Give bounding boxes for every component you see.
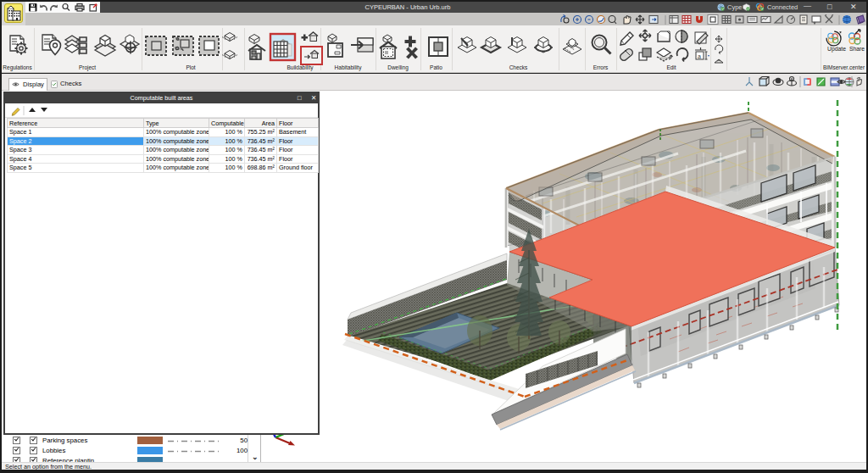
svg-text:a: a [698,53,701,59]
svg-text:Update: Update [827,46,846,53]
svg-text:Share: Share [849,46,865,52]
